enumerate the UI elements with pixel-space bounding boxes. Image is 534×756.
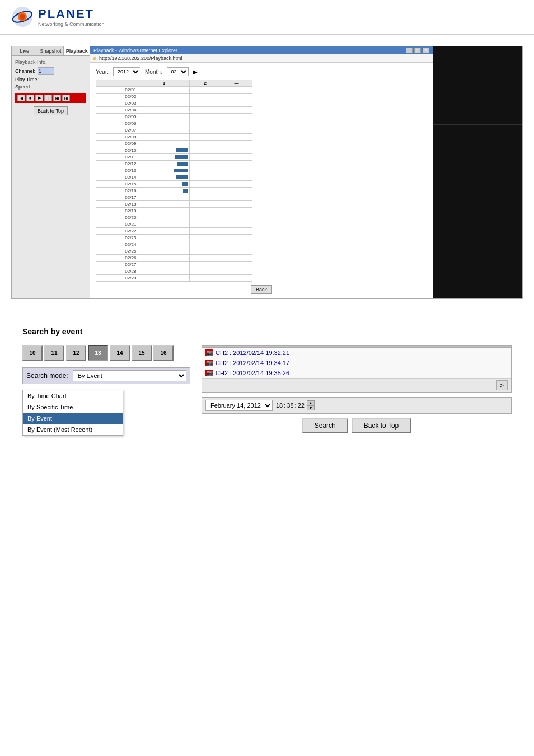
cal-ch1[interactable] <box>138 248 190 255</box>
stop-btn[interactable]: ■ <box>26 95 34 101</box>
channel-btn-12[interactable]: 12 <box>66 345 86 361</box>
tab-live[interactable]: Live <box>12 46 38 55</box>
cal-all[interactable] <box>221 228 252 235</box>
year-select[interactable]: 2012 <box>113 67 140 76</box>
cal-ch1[interactable] <box>138 221 190 228</box>
cal-ch2[interactable] <box>190 174 221 181</box>
cal-ch1[interactable] <box>138 107 190 114</box>
cal-ch2[interactable] <box>190 167 221 174</box>
cal-all[interactable] <box>221 194 252 201</box>
cal-ch1[interactable] <box>138 188 190 194</box>
cal-ch1[interactable] <box>138 174 190 181</box>
tab-snapshot[interactable]: Snapshot <box>38 46 64 55</box>
event-item[interactable]: 📷CH2 : 2012/02/14 19:35:26 <box>202 368 511 378</box>
cal-ch2[interactable] <box>190 194 221 201</box>
cal-ch1[interactable] <box>138 268 190 275</box>
cal-ch2[interactable] <box>190 181 221 188</box>
cal-all[interactable] <box>221 201 252 208</box>
cal-all[interactable] <box>221 147 252 154</box>
cal-ch1[interactable] <box>138 255 190 262</box>
cal-ch1[interactable] <box>138 100 190 107</box>
calendar-back-btn[interactable]: Back <box>251 285 272 294</box>
close-btn[interactable]: ✕ <box>423 48 429 53</box>
channel-input[interactable] <box>38 67 54 75</box>
cal-ch2[interactable] <box>190 120 221 127</box>
time-up-btn[interactable]: ▲ <box>307 400 315 405</box>
cal-all[interactable] <box>221 114 252 120</box>
cal-ch1[interactable] <box>138 167 190 174</box>
cal-all[interactable] <box>221 120 252 127</box>
back-to-top-btn[interactable]: Back to Top <box>352 418 411 433</box>
cal-ch2[interactable] <box>190 100 221 107</box>
cal-ch1[interactable] <box>138 147 190 154</box>
cal-all[interactable] <box>221 174 252 181</box>
cal-ch1[interactable] <box>138 214 190 221</box>
cal-all[interactable] <box>221 268 252 275</box>
cal-ch1[interactable] <box>138 161 190 167</box>
cal-ch1[interactable] <box>138 127 190 134</box>
tab-playback[interactable]: Playback <box>64 46 90 55</box>
cal-ch2[interactable] <box>190 127 221 134</box>
skip-btn[interactable]: ⏭ <box>62 95 70 101</box>
cal-ch1[interactable] <box>138 235 190 241</box>
cal-all[interactable] <box>221 181 252 188</box>
cal-ch2[interactable] <box>190 248 221 255</box>
cal-ch1[interactable] <box>138 87 190 94</box>
cal-all[interactable] <box>221 107 252 114</box>
cal-ch2[interactable] <box>190 275 221 282</box>
cal-ch2[interactable] <box>190 134 221 141</box>
cal-ch2[interactable] <box>190 154 221 161</box>
cal-all[interactable] <box>221 100 252 107</box>
cal-ch2[interactable] <box>190 268 221 275</box>
cal-ch2[interactable] <box>190 201 221 208</box>
cal-ch2[interactable] <box>190 214 221 221</box>
dropdown-item-event[interactable]: By Event <box>23 413 123 424</box>
cal-ch2[interactable] <box>190 255 221 262</box>
cal-ch2[interactable] <box>190 94 221 100</box>
cal-all[interactable] <box>221 214 252 221</box>
cal-ch1[interactable] <box>138 194 190 201</box>
cal-ch2[interactable] <box>190 114 221 120</box>
cal-ch2[interactable] <box>190 235 221 241</box>
cal-ch1[interactable] <box>138 262 190 268</box>
cal-ch2[interactable] <box>190 161 221 167</box>
event-text[interactable]: CH2 : 2012/02/14 19:34:17 <box>216 360 289 366</box>
cal-ch2[interactable] <box>190 147 221 154</box>
cal-all[interactable] <box>221 188 252 194</box>
cal-all[interactable] <box>221 235 252 241</box>
cal-all[interactable] <box>221 208 252 214</box>
cal-ch1[interactable] <box>138 114 190 120</box>
cal-all[interactable] <box>221 94 252 100</box>
cal-all[interactable] <box>221 127 252 134</box>
cal-all[interactable] <box>221 134 252 141</box>
minimize-btn[interactable]: _ <box>406 48 413 53</box>
cal-ch2[interactable] <box>190 87 221 94</box>
dropdown-item-timechart[interactable]: By Time Chart <box>23 390 123 402</box>
cal-ch2[interactable] <box>190 188 221 194</box>
search-btn[interactable]: Search <box>302 418 348 433</box>
event-text[interactable]: CH2 : 2012/02/14 19:32:21 <box>216 349 289 356</box>
cal-ch1[interactable] <box>138 120 190 127</box>
event-item[interactable]: 📷CH2 : 2012/02/14 19:34:17 <box>202 358 511 368</box>
cal-ch2[interactable] <box>190 262 221 268</box>
back-to-top-left-btn[interactable]: Back to Top <box>34 106 68 115</box>
maximize-btn[interactable]: □ <box>414 48 421 53</box>
cal-all[interactable] <box>221 154 252 161</box>
dropdown-item-eventrecent[interactable]: By Event (Most Recent) <box>23 424 123 435</box>
cal-ch2[interactable] <box>190 141 221 147</box>
cal-ch2[interactable] <box>190 241 221 248</box>
channel-btn-10[interactable]: 10 <box>22 345 43 361</box>
pause-btn[interactable]: ⏸ <box>44 95 52 101</box>
cal-all[interactable] <box>221 275 252 282</box>
cal-all[interactable] <box>221 161 252 167</box>
cal-all[interactable] <box>221 221 252 228</box>
cal-all[interactable] <box>221 262 252 268</box>
channel-btn-15[interactable]: 15 <box>132 345 152 361</box>
date-select[interactable]: February 14, 2012 <box>205 400 273 411</box>
play-btn[interactable]: ▶ <box>35 95 43 101</box>
cal-ch1[interactable] <box>138 208 190 214</box>
channel-btn-14[interactable]: 14 <box>110 345 130 361</box>
dropdown-item-specifictime[interactable]: By Specific Time <box>23 402 123 413</box>
cal-all[interactable] <box>221 141 252 147</box>
cal-ch1[interactable] <box>138 141 190 147</box>
